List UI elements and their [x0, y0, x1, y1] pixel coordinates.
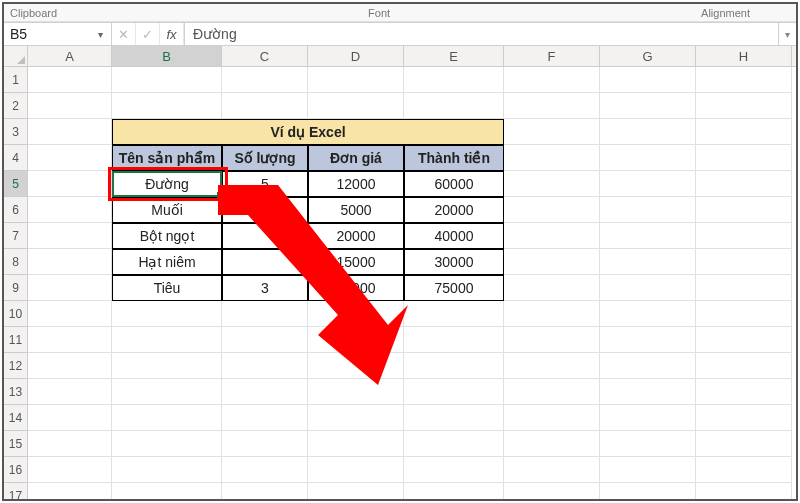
col-header-A[interactable]: A — [28, 46, 112, 66]
col-header-F[interactable]: F — [504, 46, 600, 66]
cell[interactable] — [600, 275, 696, 301]
cell[interactable] — [504, 483, 600, 499]
table-cell[interactable]: Bột ngọt — [112, 223, 222, 249]
row-header-5[interactable]: 5 — [4, 171, 27, 197]
cell[interactable] — [222, 405, 308, 431]
table-cell[interactable]: Tiêu — [112, 275, 222, 301]
table-title[interactable]: Ví dụ Excel — [112, 119, 504, 145]
cell[interactable] — [222, 483, 308, 499]
cell[interactable] — [600, 431, 696, 457]
col-header-B[interactable]: B — [112, 46, 222, 66]
cell[interactable] — [222, 379, 308, 405]
row-header-6[interactable]: 6 — [4, 197, 27, 223]
insert-function-button[interactable]: fx — [160, 23, 184, 45]
cell[interactable] — [696, 249, 792, 275]
cell[interactable] — [504, 457, 600, 483]
cell[interactable] — [112, 431, 222, 457]
cell[interactable] — [222, 457, 308, 483]
col-header-D[interactable]: D — [308, 46, 404, 66]
cell[interactable] — [222, 431, 308, 457]
cell[interactable] — [28, 223, 112, 249]
cell[interactable] — [404, 353, 504, 379]
cell[interactable] — [308, 457, 404, 483]
table-cell[interactable]: 5000 — [308, 197, 404, 223]
col-header-C[interactable]: C — [222, 46, 308, 66]
row-header-16[interactable]: 16 — [4, 457, 27, 483]
cell[interactable] — [696, 223, 792, 249]
table-cell[interactable]: 30000 — [404, 249, 504, 275]
cell[interactable] — [504, 171, 600, 197]
cell[interactable] — [504, 249, 600, 275]
cell[interactable] — [696, 483, 792, 499]
cell[interactable] — [600, 145, 696, 171]
cell[interactable] — [404, 67, 504, 93]
cell[interactable] — [222, 353, 308, 379]
cell[interactable] — [28, 275, 112, 301]
cell[interactable] — [504, 275, 600, 301]
cell[interactable] — [696, 119, 792, 145]
table-cell[interactable]: Hạt niêm — [112, 249, 222, 275]
cell[interactable] — [696, 301, 792, 327]
table-cell[interactable]: 40000 — [404, 223, 504, 249]
table-cell[interactable]: 25000 — [308, 275, 404, 301]
row-header-2[interactable]: 2 — [4, 93, 27, 119]
cell[interactable] — [600, 67, 696, 93]
cell[interactable] — [28, 67, 112, 93]
cell[interactable] — [28, 93, 112, 119]
cell[interactable] — [28, 327, 112, 353]
cell[interactable] — [600, 171, 696, 197]
cell[interactable] — [28, 249, 112, 275]
row-header-9[interactable]: 9 — [4, 275, 27, 301]
row-header-13[interactable]: 13 — [4, 379, 27, 405]
formula-bar-input[interactable]: Đường — [185, 23, 778, 45]
cell[interactable] — [28, 145, 112, 171]
row-header-10[interactable]: 10 — [4, 301, 27, 327]
table-header[interactable]: Số lượng — [222, 145, 308, 171]
cell[interactable] — [28, 119, 112, 145]
cell[interactable] — [504, 353, 600, 379]
row-header-4[interactable]: 4 — [4, 145, 27, 171]
cell[interactable] — [404, 431, 504, 457]
cell[interactable] — [504, 301, 600, 327]
table-cell[interactable]: 75000 — [404, 275, 504, 301]
cell[interactable] — [308, 93, 404, 119]
formula-enter-button[interactable]: ✓ — [136, 23, 160, 45]
cell[interactable] — [504, 405, 600, 431]
table-cell[interactable]: 3 — [222, 275, 308, 301]
cell[interactable] — [222, 327, 308, 353]
cell[interactable] — [696, 67, 792, 93]
cell[interactable] — [600, 93, 696, 119]
cell[interactable] — [600, 119, 696, 145]
cell[interactable] — [112, 67, 222, 93]
row-header-14[interactable]: 14 — [4, 405, 27, 431]
cell[interactable] — [696, 171, 792, 197]
formula-bar-expand-icon[interactable]: ▾ — [778, 23, 796, 45]
cell[interactable] — [600, 483, 696, 499]
cell[interactable] — [696, 145, 792, 171]
cell[interactable] — [600, 197, 696, 223]
cell[interactable] — [404, 93, 504, 119]
cell[interactable] — [28, 483, 112, 499]
cell[interactable] — [696, 405, 792, 431]
name-box-dropdown-icon[interactable]: ▾ — [93, 27, 107, 41]
cell[interactable] — [308, 431, 404, 457]
cell[interactable] — [308, 301, 404, 327]
cell[interactable] — [404, 483, 504, 499]
cell[interactable] — [504, 327, 600, 353]
table-header[interactable]: Tên sản phẩm — [112, 145, 222, 171]
row-header-8[interactable]: 8 — [4, 249, 27, 275]
cell[interactable] — [696, 93, 792, 119]
spreadsheet-grid[interactable]: A B C D E F G H 1 2 3 4 5 6 7 8 9 10 11 … — [4, 46, 796, 499]
cell[interactable] — [28, 431, 112, 457]
cell[interactable] — [696, 197, 792, 223]
name-box[interactable]: B5 ▾ — [4, 23, 112, 45]
cell[interactable] — [222, 301, 308, 327]
cell[interactable] — [308, 353, 404, 379]
row-header-11[interactable]: 11 — [4, 327, 27, 353]
cell[interactable] — [112, 457, 222, 483]
cell[interactable] — [308, 379, 404, 405]
cell[interactable] — [112, 327, 222, 353]
table-cell[interactable]: Đường — [112, 171, 222, 197]
table-cell[interactable]: 12000 — [308, 171, 404, 197]
cell[interactable] — [600, 301, 696, 327]
